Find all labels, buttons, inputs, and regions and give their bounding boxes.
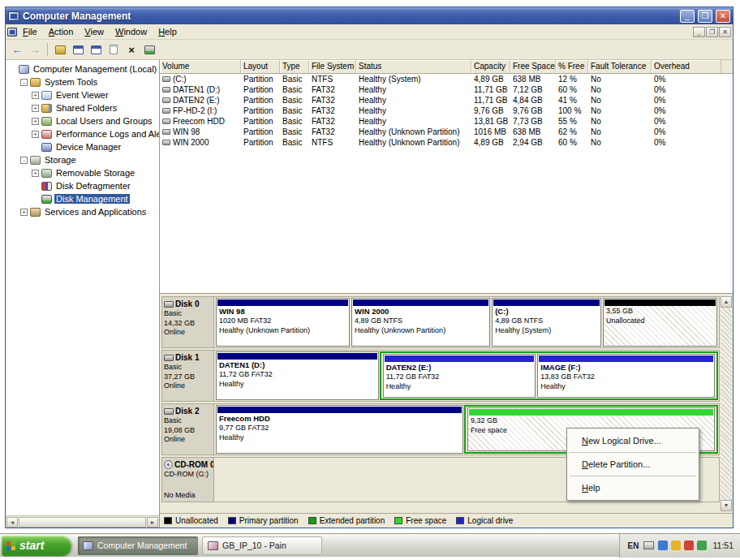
disk-label-cell[interactable]: Disk 2Basic19,08 GBOnline [162, 404, 214, 454]
tray-icon-red[interactable] [684, 541, 694, 550]
partition-legend: UnallocatedPrimary partitionExtended par… [160, 513, 733, 528]
column-header-free[interactable]: % Free [556, 60, 588, 73]
title-bar[interactable]: Computer Management _ ❐ ✕ [6, 7, 733, 24]
win-98-partition[interactable]: WIN 981020 MB FAT32Healthy (Unknown Part… [216, 298, 350, 347]
column-header-free-space[interactable]: Free Space [510, 60, 556, 73]
tree-item-disk-defragmenter[interactable]: Disk Defragmenter [6, 179, 159, 192]
scroll-right-icon[interactable]: ► [147, 517, 158, 528]
table-row[interactable]: Freecom HDDPartitionBasicFAT32Healthy13,… [160, 116, 733, 127]
properties-icon[interactable] [71, 43, 85, 57]
table-cell: 0% [652, 117, 721, 126]
expander-plus-icon[interactable]: + [32, 105, 39, 112]
tree-item-label: Device Manager [54, 142, 123, 152]
unallocated-partition[interactable]: 3,55 GBUnallocated [603, 298, 717, 347]
volume-icon [162, 87, 170, 93]
help-icon[interactable] [88, 43, 103, 57]
freecom-hdd-partition[interactable]: Freecom HDD9,77 GB FAT32Healthy [216, 405, 463, 454]
computer-icon [19, 65, 29, 74]
expander-plus-icon[interactable]: + [20, 209, 28, 216]
tree-item-performance-logs-and-alerts[interactable]: +Performance Logs and Alerts [6, 127, 159, 140]
partition-group: DATEN1 (D:)11,72 GB FAT32Healthy [215, 351, 380, 400]
back-icon[interactable]: ← [10, 43, 24, 57]
device-manager-icon [41, 143, 52, 152]
tree-item-removable-storage[interactable]: +Removable Storage [6, 166, 159, 179]
disk-properties-icon[interactable] [142, 43, 157, 57]
column-header-fault-tolerance[interactable]: Fault Tolerance [588, 60, 652, 73]
language-indicator[interactable]: EN [628, 541, 639, 550]
table-cell: 4,89 GB [471, 138, 510, 147]
task-button-gb-ip-10-pain[interactable]: GB_IP_10 - Pain [202, 536, 322, 555]
graph-vertical-scrollbar[interactable]: ▲ ▼ [721, 296, 732, 511]
keyboard-icon[interactable] [643, 541, 654, 549]
daten2-e-partition[interactable]: DATEN2 (E:)11,72 GB FAT32Healthy [383, 354, 536, 398]
tree-item-services-and-applications[interactable]: +Services and Applications [6, 205, 159, 218]
views-icon[interactable] [106, 43, 121, 57]
tree-item-event-viewer[interactable]: +Event Viewer [6, 88, 159, 101]
expander-plus-icon[interactable]: + [32, 92, 39, 99]
disk-label-cell[interactable]: Disk 1Basic37,27 GBOnline [162, 351, 214, 401]
menu-help[interactable]: Help [153, 25, 183, 38]
tray-icon-green[interactable] [697, 541, 707, 550]
menu-file[interactable]: File [17, 25, 43, 38]
tree-item-system-tools[interactable]: -System Tools [6, 75, 159, 88]
tree-item-computer-management-local[interactable]: Computer Management (Local) [6, 62, 159, 75]
volume-table-header[interactable]: VolumeLayoutTypeFile SystemStatusCapacit… [160, 60, 733, 74]
scroll-up-icon[interactable]: ▲ [721, 296, 732, 308]
image-f-partition[interactable]: IMAGE (F:)13,83 GB FAT32Healthy [537, 354, 715, 398]
tree-item-device-manager[interactable]: Device Manager [6, 140, 159, 153]
tree-item-shared-folders[interactable]: +Shared Folders [6, 101, 159, 114]
show-hide-tree-icon[interactable] [53, 43, 67, 57]
table-cell: Healthy [356, 85, 471, 94]
menu-view[interactable]: View [79, 25, 110, 38]
tree-item-disk-management[interactable]: Disk Management [6, 192, 159, 205]
task-button-computer-management[interactable]: Computer Management [78, 536, 198, 555]
table-row[interactable]: DATEN2 (E:)PartitionBasicFAT32Healthy11,… [160, 95, 733, 106]
context-menu-item-delete-partition[interactable]: Delete Partition... [567, 454, 699, 474]
forward-icon[interactable]: → [28, 43, 42, 57]
column-header-type[interactable]: Type [280, 60, 309, 73]
context-menu-item-help[interactable]: Help [567, 478, 699, 498]
start-button[interactable]: start [2, 536, 71, 556]
context-menu-item-new-logical-drive[interactable]: New Logical Drive... [567, 431, 699, 450]
mmc-restore-button[interactable]: ❐ [706, 27, 718, 37]
tray-icon-yellow[interactable] [671, 541, 681, 550]
table-row[interactable]: WIN 98PartitionBasicFAT32Healthy (Unknow… [160, 127, 733, 137]
mmc-close-button[interactable]: ✕ [719, 27, 731, 37]
column-header-volume[interactable]: Volume [160, 60, 241, 73]
partition-status: Unallocated [606, 317, 714, 326]
c-partition[interactable]: (C:)4,89 GB NTFSHealthy (System) [492, 298, 601, 347]
column-header-overhead[interactable]: Overhead [652, 60, 721, 73]
menu-action[interactable]: Action [43, 25, 80, 38]
daten1-d-partition[interactable]: DATEN1 (D:)11,72 GB FAT32Healthy [216, 351, 379, 400]
table-row[interactable]: FP-HD-2 (I:)PartitionBasicFAT32Healthy9,… [160, 106, 733, 116]
tree-item-local-users-and-groups[interactable]: +Local Users and Groups [6, 114, 159, 127]
maximize-button[interactable]: ❐ [698, 10, 712, 23]
column-header-layout[interactable]: Layout [241, 60, 280, 73]
mmc-minimize-button[interactable]: _ [693, 27, 705, 37]
expander-minus-icon[interactable]: - [20, 157, 28, 164]
column-header-file-system[interactable]: File System [309, 60, 356, 73]
scroll-left-icon[interactable]: ◄ [6, 517, 18, 528]
column-header-capacity[interactable]: Capacity [471, 60, 510, 73]
disk-label-cell[interactable]: Disk 0Basic14,32 GBOnline [162, 297, 214, 347]
expander-plus-icon[interactable]: + [32, 170, 39, 177]
scroll-down-icon[interactable]: ▼ [721, 500, 732, 511]
expander-plus-icon[interactable]: + [32, 131, 39, 138]
table-row[interactable]: WIN 2000PartitionBasicNTFSHealthy (Unkno… [160, 137, 733, 148]
expander-plus-icon[interactable]: + [32, 118, 39, 125]
minimize-button[interactable]: _ [680, 10, 695, 23]
expander-minus-icon[interactable]: - [20, 79, 28, 86]
menu-window[interactable]: Window [110, 25, 153, 38]
column-header-status[interactable]: Status [356, 60, 471, 73]
table-row[interactable]: DATEN1 (D:)PartitionBasicFAT32Healthy11,… [160, 84, 733, 95]
table-cell: Partition [241, 96, 280, 105]
delete-partition-icon[interactable]: × [124, 43, 139, 57]
win-2000-partition[interactable]: WIN 20004,89 GB NTFSHealthy (Unknown Par… [351, 298, 490, 347]
close-button[interactable]: ✕ [716, 10, 730, 23]
scrollbar-thumb[interactable] [19, 517, 146, 528]
tray-icon-blue[interactable] [658, 541, 668, 550]
tree-horizontal-scrollbar[interactable]: ◄ ► [6, 515, 159, 528]
table-row[interactable]: (C:)PartitionBasicNTFSHealthy (System)4,… [160, 74, 733, 84]
disk-name: Disk 2 [164, 406, 212, 416]
tree-item-storage[interactable]: -Storage [6, 153, 159, 166]
